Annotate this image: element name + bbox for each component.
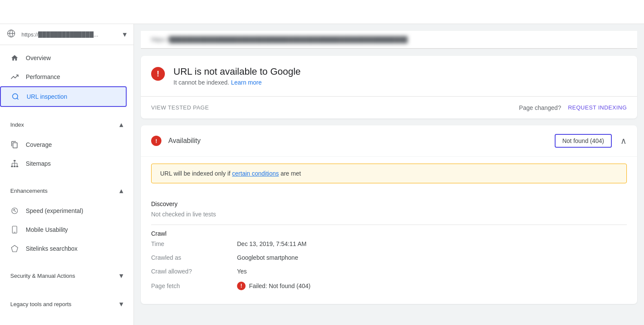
crawl-row-allowed: Crawl allowed? Yes [151,268,627,275]
sidebar: https://██████████████... ▾ Overview Per… [0,24,134,325]
sidebar-item-url-inspection[interactable]: URL inspection [0,86,127,107]
property-selector[interactable]: https://██████████████... ▾ [0,24,134,45]
availability-error-icon: ! [151,136,161,146]
sidebar-section-index-label: Index [10,121,24,128]
svg-rect-5 [14,160,16,161]
sidebar-section-enhancements-label: Enhancements [10,188,48,194]
svg-point-3 [12,94,18,99]
property-url: https://██████████████... [21,31,123,38]
svg-rect-6 [11,166,13,167]
sidebar-item-performance-label: Performance [26,73,60,80]
sidebar-item-sitelinks-searchbox[interactable]: Sitelinks searchbox [0,239,127,258]
availability-card: ! Availability Not found (404) ∧ URL wil… [141,125,637,304]
svg-marker-17 [12,246,18,252]
svg-rect-8 [16,166,18,167]
property-chevron-icon: ▾ [123,30,127,39]
crawl-row-crawled-as: Crawled as Googlebot smartphone [151,254,627,261]
availability-header: ! Availability Not found (404) ∧ [141,125,637,157]
sidebar-item-speed[interactable]: Speed (experimental) [0,201,127,220]
page-fetch-value: ! Failed: Not found (404) [237,282,310,290]
enhancements-chevron-icon: ▴ [119,186,123,195]
status-error-icon-container: ! [151,67,165,81]
page-fetch-value-text: Failed: Not found (404) [249,282,310,289]
top-url-input[interactable]: https://████████████████████████████████… [7,9,637,15]
certain-conditions-link[interactable]: certain conditions [232,170,279,177]
sidebar-item-mobile-usability-label: Mobile Usability [26,226,68,233]
page-changed-label: Page changed? [519,104,561,111]
top-url-bar: https://████████████████████████████████… [0,0,644,24]
crawl-time-label: Time [151,240,237,247]
action-bar: VIEW TESTED PAGE Page changed? REQUEST I… [141,96,637,118]
inspected-url: https://████████████████████████████████… [151,36,407,43]
sidebar-section-legacy[interactable]: Legacy tools and reports ▾ [0,293,134,315]
svg-rect-7 [14,166,16,167]
warning-box: URL will be indexed only if certain cond… [151,164,627,183]
crawl-time-value: Dec 13, 2019, 7:54:11 AM [237,240,307,247]
security-chevron-icon: ▾ [119,271,123,280]
globe-icon [7,29,17,39]
crawl-allowed-value: Yes [237,268,247,275]
file-copy-icon [10,140,19,149]
crawled-as-value: Googlebot smartphone [237,254,298,261]
sidebar-item-sitemaps[interactable]: Sitemaps [0,154,127,173]
svg-line-4 [17,98,18,99]
crawl-row-page-fetch: Page fetch ! Failed: Not found (404) [151,282,627,290]
status-title: URL is not available to Google [173,66,301,77]
sidebar-item-sitelinks-searchbox-label: Sitelinks searchbox [26,245,78,252]
page-fetch-label: Page fetch [151,282,237,289]
sidebar-item-url-inspection-label: URL inspection [27,93,67,100]
action-bar-left: VIEW TESTED PAGE [151,101,209,114]
status-error-icon: ! [151,67,165,81]
index-chevron-icon: ▴ [119,120,123,129]
availability-chevron-icon[interactable]: ∧ [620,136,627,146]
sitemap-icon [10,159,19,168]
legacy-chevron-icon: ▾ [119,299,123,309]
trending-up-icon [10,73,19,81]
sidebar-item-overview[interactable]: Overview [0,49,127,67]
crawled-as-label: Crawled as [151,254,237,261]
learn-more-link[interactable]: Learn more [231,79,262,86]
discovery-label: Discovery [151,200,627,207]
sidebar-item-mobile-usability[interactable]: Mobile Usability [0,220,127,239]
view-tested-page-button[interactable]: VIEW TESTED PAGE [151,101,209,114]
details-section: Discovery Not checked in live tests Craw… [141,190,637,304]
request-indexing-button[interactable]: REQUEST INDEXING [568,101,627,114]
discovery-value: Not checked in live tests [151,211,627,218]
content-url-bar: https://████████████████████████████████… [141,31,637,49]
crawl-allowed-label: Crawl allowed? [151,268,237,275]
crawl-label: Crawl [151,230,627,237]
smartphone-icon [10,225,19,234]
diamond-icon [10,244,19,253]
sidebar-section-enhancements[interactable]: Enhancements ▴ [0,180,134,201]
action-bar-right: Page changed? REQUEST INDEXING [519,101,627,114]
crawl-row-time: Time Dec 13, 2019, 7:54:11 AM [151,240,627,247]
speed-icon [10,207,19,215]
sidebar-item-sitemaps-label: Sitemaps [26,160,51,167]
sidebar-item-speed-label: Speed (experimental) [26,207,83,214]
sidebar-section-legacy-label: Legacy tools and reports [10,301,71,307]
home-icon [10,54,19,62]
sidebar-item-performance[interactable]: Performance [0,67,127,86]
status-subtitle-text: It cannot be indexed. [173,79,229,86]
warning-text-after: are met [280,170,301,177]
details-divider [151,225,627,225]
warning-text-before: URL will be indexed only if [160,170,232,177]
sidebar-item-coverage-label: Coverage [26,141,52,148]
sidebar-section-security-label: Security & Manual Actions [10,273,75,279]
status-text-container: URL is not available to Google It cannot… [173,66,301,86]
availability-title: Availability [168,137,555,145]
sidebar-section-security[interactable]: Security & Manual Actions ▾ [0,265,134,286]
status-subtitle: It cannot be indexed. Learn more [173,79,301,86]
sidebar-item-coverage[interactable]: Coverage [0,135,127,154]
availability-badge: Not found (404) [555,134,612,148]
sidebar-section-index[interactable]: Index ▴ [0,114,134,135]
status-card: ! URL is not available to Google It cann… [141,56,637,118]
sidebar-item-overview-label: Overview [26,55,51,61]
content-area: https://████████████████████████████████… [134,24,644,325]
sidebar-item-links[interactable]: Links [0,322,127,325]
search-icon [11,92,20,101]
page-fetch-error-icon: ! [237,282,246,290]
